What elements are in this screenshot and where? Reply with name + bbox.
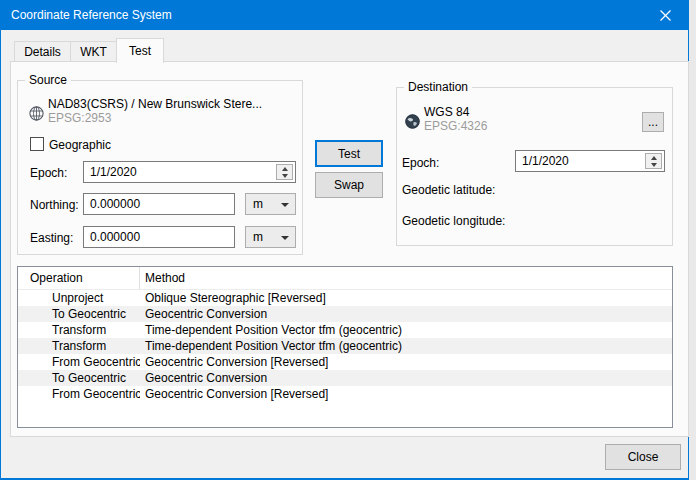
easting-label: Easting: — [30, 231, 73, 245]
source-epoch-label: Epoch: — [30, 166, 67, 180]
arrow-up-icon — [651, 156, 657, 160]
operation-cell: Transform — [18, 339, 140, 353]
operation-row[interactable]: Transform Time-dependent Position Vector… — [18, 338, 672, 354]
source-epoch-spinner — [276, 164, 293, 180]
source-epoch-input[interactable]: 1/1/2020 — [83, 161, 296, 183]
method-cell: Time-dependent Position Vector tfm (geoc… — [140, 339, 402, 353]
tab-wkt[interactable]: WKT — [70, 41, 117, 62]
source-crs-code: EPSG:2953 — [48, 111, 111, 125]
geographic-checkbox-label[interactable]: Geographic — [49, 138, 111, 152]
operation-row[interactable]: To Geocentric Geocentric Conversion — [18, 370, 672, 386]
browse-crs-button[interactable]: ... — [642, 112, 664, 132]
northing-input[interactable]: 0.000000 — [83, 193, 235, 215]
operation-cell: From Geocentric — [18, 387, 140, 401]
northing-unit-select[interactable]: m — [245, 193, 296, 215]
easting-input[interactable]: 0.000000 — [83, 226, 235, 248]
arrow-down-icon — [651, 163, 657, 167]
operation-row[interactable]: From Geocentric Geocentric Conversion [R… — [18, 386, 672, 402]
operations-table-body: Unproject Oblique Stereographic [Reverse… — [18, 290, 672, 402]
arrow-down-icon — [282, 174, 288, 178]
operations-table: Operation Method Unproject Oblique Stere… — [17, 266, 673, 428]
northing-label: Northing: — [30, 198, 79, 212]
destination-group-label: Destination — [404, 80, 472, 94]
method-cell: Geocentric Conversion — [140, 371, 267, 385]
operation-cell: From Geocentric — [18, 355, 140, 369]
spin-down-button[interactable] — [277, 172, 292, 179]
test-button[interactable]: Test — [315, 140, 383, 167]
source-group-label: Source — [25, 73, 71, 87]
operation-cell: To Geocentric — [18, 307, 140, 321]
arrow-up-icon — [282, 167, 288, 171]
close-dialog-button[interactable]: Close — [605, 444, 681, 470]
method-cell: Geocentric Conversion [Reversed] — [140, 355, 328, 369]
operation-row[interactable]: From Geocentric Geocentric Conversion [R… — [18, 354, 672, 370]
source-groupbox: Source NAD83(CSRS) / New Brunswick Stere… — [17, 80, 303, 255]
column-header-operation[interactable]: Operation — [18, 267, 140, 289]
destination-epoch-input[interactable]: 1/1/2020 — [515, 150, 665, 172]
operation-cell: Transform — [18, 323, 140, 337]
swap-button[interactable]: Swap — [315, 172, 383, 198]
window-title: Coordinate Reference System — [1, 8, 172, 22]
destination-crs-name: WGS 84 — [424, 105, 469, 119]
chevron-down-icon — [281, 236, 289, 240]
northing-value: 0.000000 — [90, 197, 140, 211]
globe-wireframe-icon — [29, 106, 44, 121]
geographic-checkbox[interactable] — [30, 137, 44, 151]
method-cell: Time-dependent Position Vector tfm (geoc… — [140, 323, 402, 337]
chevron-down-icon — [281, 203, 289, 207]
method-cell: Oblique Stereographic [Reversed] — [140, 291, 326, 305]
destination-crs-code: EPSG:4326 — [424, 119, 487, 133]
method-cell: Geocentric Conversion [Reversed] — [140, 387, 328, 401]
northing-unit-value: m — [253, 197, 263, 211]
operation-row[interactable]: To Geocentric Geocentric Conversion — [18, 306, 672, 322]
source-crs-name: NAD83(CSRS) / New Brunswick Stere... — [48, 97, 262, 111]
tab-test[interactable]: Test — [116, 38, 164, 63]
operation-cell: Unproject — [18, 291, 140, 305]
titlebar[interactable]: Coordinate Reference System — [1, 0, 688, 30]
screen: Coordinate Reference System Details WKT … — [0, 0, 696, 480]
geodetic-longitude-label: Geodetic longitude: — [402, 214, 505, 228]
operation-cell: To Geocentric — [18, 371, 140, 385]
operations-table-header: Operation Method — [18, 267, 672, 290]
geodetic-latitude-label: Geodetic latitude: — [402, 183, 495, 197]
spin-up-button[interactable] — [277, 165, 292, 172]
destination-epoch-value: 1/1/2020 — [522, 154, 569, 168]
spin-down-button[interactable] — [646, 161, 661, 168]
destination-epoch-label: Epoch: — [402, 156, 439, 170]
column-header-method[interactable]: Method — [140, 271, 185, 285]
dialog-window: Coordinate Reference System Details WKT … — [0, 0, 689, 480]
globe-earth-icon — [405, 114, 420, 129]
operation-row[interactable]: Transform Time-dependent Position Vector… — [18, 322, 672, 338]
method-cell: Geocentric Conversion — [140, 307, 267, 321]
spin-up-button[interactable] — [646, 154, 661, 161]
destination-groupbox: Destination WGS 84 EPSG:4326 ... Epoch: … — [396, 87, 673, 246]
easting-value: 0.000000 — [90, 230, 140, 244]
close-button[interactable] — [643, 0, 688, 30]
operation-row[interactable]: Unproject Oblique Stereographic [Reverse… — [18, 290, 672, 306]
close-icon — [660, 10, 671, 21]
tab-details[interactable]: Details — [14, 41, 71, 62]
source-epoch-value: 1/1/2020 — [90, 165, 137, 179]
destination-epoch-spinner — [645, 153, 662, 169]
easting-unit-value: m — [253, 230, 263, 244]
easting-unit-select[interactable]: m — [245, 226, 296, 248]
